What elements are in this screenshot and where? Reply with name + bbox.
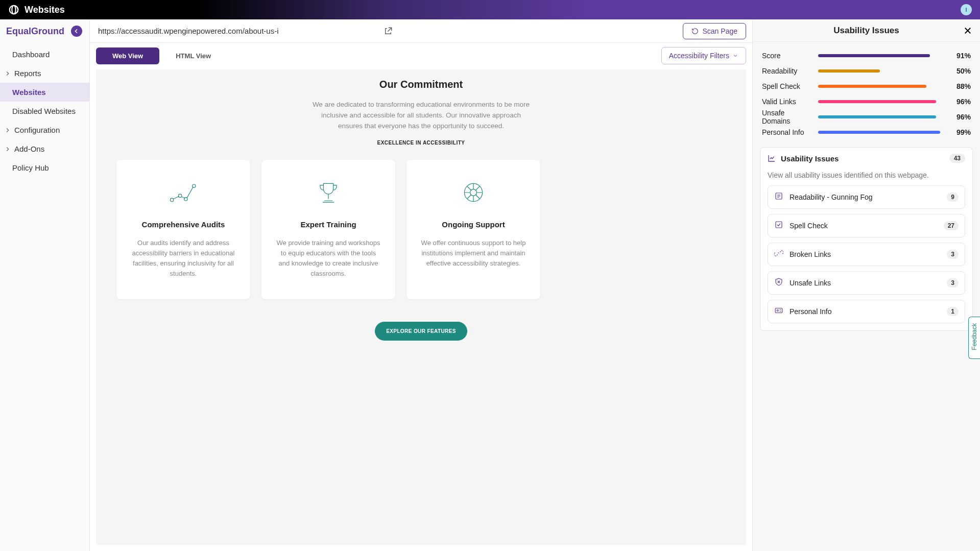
metric-label: Valid Links [762,98,811,106]
metric-value: 96% [948,113,971,121]
tab-html-view[interactable]: HTML View [159,47,227,64]
metric-label: Unsafe Domains [762,109,811,125]
issue-item-unsafe-links[interactable]: Unsafe Links3 [768,271,965,295]
scan-page-label: Scan Page [703,27,738,35]
commitment-title: Our Commitment [116,79,726,90]
metric-row-score: Score91% [762,48,971,63]
metric-label: Personal Info [762,128,811,136]
url-bar: Scan Page [90,19,752,43]
back-button[interactable] [71,26,82,37]
issue-count-badge: 27 [944,221,959,230]
chart-line-icon [768,154,776,162]
issue-item-broken-links[interactable]: Broken Links3 [768,243,965,266]
avatar-initial: I [965,7,967,13]
issues-header-title: Usability Issues [781,154,944,163]
feature-card: Ongoing SupportWe offer continuous suppo… [407,160,540,300]
site-name: EqualGround [6,26,64,37]
doc-icon [774,191,783,203]
svg-rect-8 [776,222,782,228]
metric-row-unsafe-domains: Unsafe Domains96% [762,109,971,125]
excellence-label: EXCELLENCE IN ACCESSIBILITY [116,140,726,146]
chevron-down-icon [732,53,738,59]
feature-card-title: Expert Training [275,220,382,229]
explore-features-button[interactable]: EXPLORE OUR FEATURES [375,322,467,341]
accessibility-filters-button[interactable]: Accessibility Filters [661,47,746,64]
issue-label: Spell Check [790,222,938,230]
issue-label: Personal Info [790,307,941,316]
svg-point-1 [170,198,173,201]
broken-icon [774,249,783,260]
filters-label: Accessibility Filters [669,52,729,60]
avatar[interactable]: I [961,4,972,15]
issues-total-badge: 43 [949,154,965,163]
sidebar-item-label: Configuration [14,126,60,134]
scan-page-button[interactable]: Scan Page [683,23,747,39]
metric-value: 91% [948,52,971,60]
chevron-right-icon [4,70,11,77]
issue-label: Unsafe Links [790,279,941,287]
issue-count-badge: 3 [947,278,959,288]
logo-icon [8,4,19,15]
issue-label: Readability - Gunning Fog [790,193,941,201]
chevron-right-icon [4,146,11,153]
sidebar-item-policy-hub[interactable]: Policy Hub [0,158,89,177]
metric-label: Readability [762,67,811,75]
issue-count-badge: 1 [947,307,959,316]
sidebar-item-dashboard[interactable]: Dashboard [0,45,89,64]
metric-value: 88% [948,82,971,90]
feedback-label: Feedback [971,323,978,350]
metric-bar [818,131,941,134]
issues-section: Usability Issues 43 View all usability i… [760,147,973,331]
issue-label: Broken Links [790,250,941,258]
metric-row-valid-links: Valid Links96% [762,94,971,109]
issue-item-readability-gunning-fog[interactable]: Readability - Gunning Fog9 [768,185,965,209]
sidebar-item-label: Add-Ons [14,145,44,153]
tab-web-view[interactable]: Web View [96,47,159,64]
metric-bar [818,85,941,88]
check-icon [774,220,783,231]
sidebar-item-label: Websites [12,88,46,97]
issue-count-badge: 3 [947,250,959,259]
metric-bar [818,54,941,57]
sidebar: EqualGround DashboardReportsWebsitesDisa… [0,19,90,551]
feature-card-title: Ongoing Support [420,220,527,229]
feature-card-desc: We offer continuous support to help inst… [420,238,527,269]
sidebar-item-disabled-websites[interactable]: Disabled Websites [0,102,89,121]
metric-bar [818,100,941,103]
close-icon [963,26,972,35]
panel-title: Usability Issues [833,26,899,36]
metric-value: 96% [948,98,971,106]
main-column: Scan Page Web ViewHTML View Accessibilit… [90,19,753,551]
issue-item-spell-check[interactable]: Spell Check27 [768,214,965,237]
chevron-right-icon [4,127,11,134]
usability-panel: Usability Issues Score91%Readability50%S… [753,19,980,551]
feedback-tab[interactable]: Feedback [968,317,980,359]
sidebar-item-websites[interactable]: Websites [0,83,89,102]
metric-bar [818,69,941,73]
feature-card-desc: We provide training and workshops to equ… [275,238,382,279]
view-bar: Web ViewHTML View Accessibility Filters [90,43,752,69]
sidebar-item-reports[interactable]: Reports [0,64,89,83]
metric-label: Spell Check [762,82,811,90]
web-preview: Our Commitment We are dedicated to trans… [96,69,746,545]
feature-card-desc: Our audits identify and address accessib… [130,238,237,279]
feature-card: Comprehensive AuditsOur audits identify … [116,160,250,300]
feature-card-icon [420,177,527,208]
url-input[interactable] [96,23,376,38]
sidebar-item-configuration[interactable]: Configuration [0,121,89,139]
sidebar-item-label: Policy Hub [12,163,49,172]
svg-rect-9 [775,308,782,313]
id-icon [774,306,783,317]
metric-row-personal-info: Personal Info99% [762,125,971,140]
svg-point-10 [777,310,778,312]
metric-value: 50% [948,67,971,75]
feature-card-icon [130,177,237,208]
sidebar-item-label: Dashboard [12,50,50,59]
feature-card-icon [275,177,382,208]
sidebar-item-add-ons[interactable]: Add-Ons [0,139,89,158]
close-panel-button[interactable] [962,25,974,37]
issue-item-personal-info[interactable]: Personal Info1 [768,300,965,323]
open-external-icon[interactable] [382,25,394,37]
metric-value: 99% [948,128,971,136]
sidebar-item-label: Disabled Websites [12,107,76,115]
